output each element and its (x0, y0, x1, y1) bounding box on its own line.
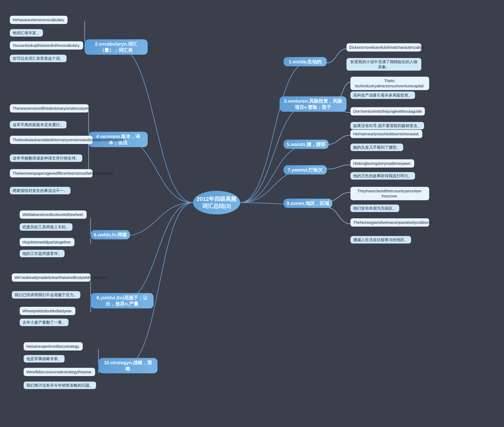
branch-yield[interactable]: 8.yieldvi.(to)屈服于；让出，放弃n.产量 (91, 293, 154, 308)
branch-weld[interactable]: 6.weldv./n.焊接 (91, 230, 130, 239)
leaf-version-1: Thenewversionofthisdictionaryisnotinusey… (10, 104, 89, 113)
leaf-version-2: Thebookwastranslatedintomanyversionsands… (10, 136, 93, 144)
leaf-zone-2: TheNorwegiansliveinacomparativelycoldzon… (350, 218, 429, 227)
leaf-vocab-2: Youcanlookupthiswordinthevocabulary. (10, 41, 83, 50)
leaf-version-2-cn: 这本书被翻译成多种译文并行销全球。 (10, 154, 82, 162)
leaf-vocab-1-cn: 他词汇很丰富。 (10, 29, 43, 37)
leaf-strategy-1: Heisanexpertinmilitarystrategy. (24, 342, 83, 351)
branch-yield-label: 8.yieldvi.(to)屈服于；让出，放弃n.产量 (96, 295, 148, 306)
leaf-zone-2-cn: 挪威人生活在比较寒冷的地区。 (350, 236, 411, 244)
leaf-zone-1: Theyhaveclaredtheircountryanuclear-freez… (350, 187, 429, 200)
branch-strategy-label: 10.strategyn.战略，策略 (104, 360, 152, 371)
leaf-version-1-cn: 这本字典的新版本还未通行。 (10, 121, 67, 129)
leaf-weld-1: Weldabandonedtoolsontothewheel. (20, 210, 87, 219)
leaf-waist-1: Herhairnearlyreacheddowntoherwaist. (350, 130, 422, 138)
branch-strategy[interactable]: 10.strategyn.战略，策略 (98, 358, 158, 373)
center-node: 2012年四级高频词汇总结(3) (193, 191, 240, 214)
branch-waist-label: 5.waistn.腰，腰部 (287, 142, 325, 147)
leaf-venture-2: Don'tventureintothejunglewithoutaguide (350, 107, 425, 115)
leaf-strategy-2-cn: 我们将讨论有关今年销售策略的问题。 (24, 381, 96, 389)
branch-vivid-label: 1.vivida.生动的 (289, 59, 322, 64)
leaf-venture-1-cn: 高科技产业吸引着许多风险投资。 (350, 92, 415, 99)
leaf-weld-2: Hisjobistoweldpartstogether. (20, 238, 74, 246)
leaf-version-3-cn: 两家报纸对发生的事说法不一。 (10, 187, 71, 194)
leaf-strategy-1-cn: 他是军事战略专家。 (24, 355, 64, 362)
branch-vocabulary-label: 2.vocabularyn.词汇（量）；词汇表 (95, 41, 137, 53)
leaf-zone-1-cn: 他们宣布本国为无核区。 (350, 205, 399, 212)
leaf-strategy-2: Wewilldiscussoursalestrategythisyear. (24, 368, 95, 376)
leaf-vivid-1: Dickens'novelsarefulofvividcharacterizat… (346, 43, 421, 52)
leaf-yield-2-cn: 去年小麦产量翻了一番。 (20, 319, 69, 326)
leaf-venture-1: Thehi-techindustryattractsmuchventurecap… (350, 77, 429, 90)
leaf-weld-1-cn: 把废弃的工具焊接上车轮。 (20, 223, 72, 231)
leaf-waist-1-cn: 她的头发几乎垂到了腰部。 (350, 144, 403, 151)
branch-venture-label: 3.venturen.风险投资，风险项目v.冒险；取于 (284, 98, 342, 110)
branch-vocabulary[interactable]: 2.vocabularyn.词汇（量）；词汇表 (85, 39, 148, 55)
branch-yawn[interactable]: 7.yawnvi.打哈欠 (284, 165, 327, 175)
branch-zone[interactable]: 9.zonen.地区，区域 (284, 199, 332, 208)
leaf-weld-2-cn: 他的工作是焊接零件。 (20, 250, 64, 257)
leaf-yield-1: We'vealreadymadeitclearthatwewillnotyiel… (12, 273, 91, 282)
leaf-yield-1-cn: 我们已经表明我们不会屈服于压力。 (12, 291, 80, 298)
leaf-vocab-1: Hehasanextensivevocabulary. (10, 16, 68, 24)
branch-venture[interactable]: 3.venturen.风险投资，风险项目v.冒险；取于 (280, 96, 346, 112)
center-label: 2012年四级高频词汇总结(3) (196, 196, 237, 210)
leaf-yield-2: Wheatyieldsdoubledlastyear. (20, 307, 75, 315)
leaf-yawn-1: Hislongboringstorymademeyawn. (350, 159, 414, 168)
branch-waist[interactable]: 5.waistn.腰，腰部 (284, 140, 329, 149)
leaf-vocab-2-cn: 你可以在词汇表里查这个词。 (10, 55, 67, 62)
leaf-yawn-1-cn: 他的冗长的故事听得我直打呵欠。 (350, 172, 415, 180)
branch-vivid[interactable]: 1.vivida.生动的 (284, 57, 327, 66)
leaf-version-3: Thetwonewspapersgavedifferentversionsofw… (10, 169, 93, 177)
branch-weld-label: 6.weldv./n.焊接 (94, 232, 127, 237)
leaf-vivid-1-cn: 狄更斯的小说中充满了栩栩如生的人物形象。 (346, 58, 421, 71)
leaf-venture-2-cn: 如果没有向导,就不要冒险到森林里去。 (350, 122, 424, 130)
branch-yawn-label: 7.yawnvi.打哈欠 (288, 167, 323, 173)
branch-zone-label: 9.zonen.地区，区域 (287, 201, 329, 206)
